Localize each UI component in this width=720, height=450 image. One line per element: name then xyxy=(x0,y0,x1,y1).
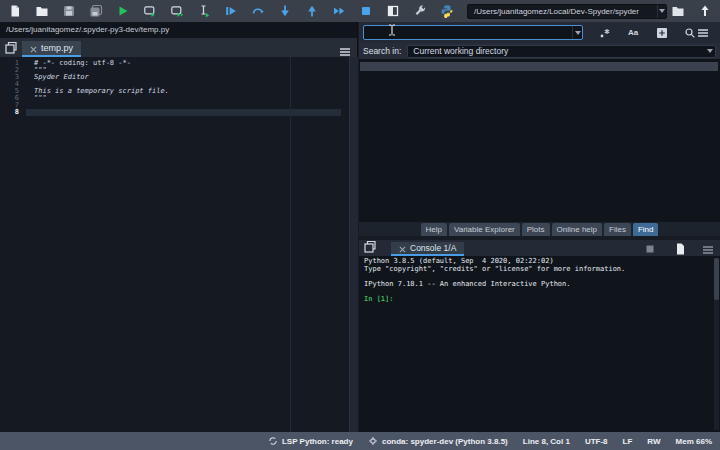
console-tab-label: Console 1/A xyxy=(410,243,456,253)
regex-icon[interactable] xyxy=(598,26,611,40)
console-options-menu-icon[interactable] xyxy=(702,241,714,253)
line-number-gutter: 1 2 3 4 5 6 7 8 xyxy=(0,57,26,432)
mouse-ibeam-cursor xyxy=(388,22,396,34)
save-file-icon[interactable] xyxy=(62,4,76,18)
search-in-row: Search in: Current working directory xyxy=(359,43,720,59)
cursor-position-status: Line 8, Col 1 xyxy=(523,437,570,446)
permissions-status: RW xyxy=(647,437,660,446)
browse-working-directory-folder-icon[interactable] xyxy=(671,4,685,18)
search-in-label: Search in: xyxy=(363,46,401,56)
console-scrollbar[interactable] xyxy=(714,258,719,430)
search-input[interactable] xyxy=(363,25,583,40)
lsp-status-icon xyxy=(268,436,278,446)
chevron-down-icon[interactable] xyxy=(705,46,714,57)
line-number: 7 xyxy=(0,102,26,109)
code-line: This is a temporary script file. xyxy=(26,88,357,95)
close-icon[interactable] xyxy=(30,45,37,52)
editor-pane: /Users/juanitagomez/.spyder-py3-dev/temp… xyxy=(0,22,358,432)
line-number: 5 xyxy=(0,88,26,95)
lsp-status[interactable]: LSP Python: ready xyxy=(268,436,353,446)
debug-step-over-icon[interactable] xyxy=(251,4,265,18)
python-logo-icon[interactable] xyxy=(440,4,454,18)
search-in-combobox[interactable]: Current working directory xyxy=(407,45,716,58)
line-number: 6 xyxy=(0,95,26,102)
run-cell-icon[interactable] xyxy=(143,4,157,18)
tab-find[interactable]: Find xyxy=(633,223,659,236)
tab-help[interactable]: Help xyxy=(421,223,447,236)
interpreter-status[interactable]: conda: spyder-dev (Python 3.8.5) xyxy=(368,436,508,446)
new-file-icon[interactable] xyxy=(8,4,22,18)
ipython-console-pane: Console 1/A Python 3.8.5 (default, Sep 4… xyxy=(359,240,720,432)
open-file-icon[interactable] xyxy=(35,4,49,18)
encoding-status: UTF-8 xyxy=(585,437,608,446)
chevron-down-icon[interactable] xyxy=(572,26,582,39)
main-toolbar: /Users/juanitagomez/Local/Dev-Spyder/spy… xyxy=(0,0,720,22)
debug-continue-icon[interactable] xyxy=(332,4,346,18)
status-bar: LSP Python: ready conda: spyder-dev (Pyt… xyxy=(0,432,720,450)
lsp-status-text: LSP Python: ready xyxy=(282,437,353,446)
editor-scrollbar[interactable] xyxy=(349,57,358,432)
working-directory-combobox[interactable]: /Users/juanitagomez/Local/Dev-Spyder/spy… xyxy=(467,4,667,19)
interpreter-status-text: conda: spyder-dev (Python 3.8.5) xyxy=(382,437,508,446)
chevron-down-icon[interactable] xyxy=(657,5,666,18)
gear-icon xyxy=(368,436,378,446)
run-file-icon[interactable] xyxy=(116,4,130,18)
find-results-area[interactable] xyxy=(359,59,720,222)
preferences-wrench-icon[interactable] xyxy=(413,4,427,18)
console-tab-bar: Console 1/A xyxy=(359,240,720,256)
line-number: 1 xyxy=(0,60,26,67)
code-line: Spyder Editor xyxy=(26,74,357,81)
line-number: 3 xyxy=(0,74,26,81)
console-output[interactable]: Python 3.8.5 (default, Sep 4 2020, 02:22… xyxy=(364,258,710,432)
editor-options-menu-icon[interactable] xyxy=(339,43,351,53)
eol-status: LF xyxy=(623,437,633,446)
editor-file-path: /Users/juanitagomez/.spyder-py3-dev/temp… xyxy=(0,22,357,38)
interrupt-kernel-icon[interactable] xyxy=(644,241,656,253)
line-number: 2 xyxy=(0,67,26,74)
code-line xyxy=(26,109,357,116)
console-line: IPython 7.18.1 -- An enhanced Interactiv… xyxy=(364,281,710,289)
maximize-pane-icon[interactable] xyxy=(386,4,400,18)
find-in-files-pane: Aa Search in: Current working directory … xyxy=(359,22,720,236)
memory-status: Mem 66% xyxy=(676,437,712,446)
run-selection-icon[interactable] xyxy=(197,4,211,18)
code-line: """ xyxy=(26,95,357,102)
debug-file-icon[interactable] xyxy=(224,4,238,18)
browse-tabs-icon[interactable] xyxy=(4,41,18,55)
advanced-options-icon[interactable] xyxy=(655,26,668,40)
debug-step-return-icon[interactable] xyxy=(305,4,319,18)
new-console-icon[interactable] xyxy=(674,241,686,253)
debug-step-into-icon[interactable] xyxy=(278,4,292,18)
search-in-value: Current working directory xyxy=(413,46,508,56)
find-search-row: Aa xyxy=(359,22,720,43)
run-cell-advance-icon[interactable] xyxy=(170,4,184,18)
tab-plots[interactable]: Plots xyxy=(522,223,550,236)
editor-tab-label: temp.py xyxy=(41,43,73,53)
debug-stop-icon[interactable] xyxy=(359,4,373,18)
scrollbar-thumb[interactable] xyxy=(714,258,719,300)
find-options-menu-icon[interactable] xyxy=(697,26,710,40)
editor-tab-temp-py[interactable]: temp.py xyxy=(22,41,81,57)
console-line xyxy=(364,288,710,296)
console-line: Type "copyright", "credits" or "license"… xyxy=(364,266,710,274)
tab-online-help[interactable]: Online help xyxy=(552,223,602,236)
search-icon[interactable] xyxy=(683,26,696,40)
tab-variable-explorer[interactable]: Variable Explorer xyxy=(449,223,520,236)
close-icon[interactable] xyxy=(399,245,406,252)
editor-tab-bar: temp.py xyxy=(0,38,357,57)
code-lines: # -*- coding: utf-8 -*- """ Spyder Edito… xyxy=(26,60,357,116)
working-directory-value: /Users/juanitagomez/Local/Dev-Spyder/spy… xyxy=(474,7,639,16)
result-row-highlight xyxy=(360,62,718,71)
console-tab[interactable]: Console 1/A xyxy=(391,242,464,256)
save-all-icon[interactable] xyxy=(89,4,103,18)
spyder-main-window: /Users/juanitagomez/Local/Dev-Spyder/spy… xyxy=(0,0,720,450)
tab-files[interactable]: Files xyxy=(604,223,631,236)
code-line: # -*- coding: utf-8 -*- xyxy=(26,60,357,67)
parent-directory-up-arrow-icon[interactable] xyxy=(698,4,712,18)
console-prompt: In [1]: xyxy=(364,296,710,304)
case-sensitive-icon[interactable]: Aa xyxy=(626,26,639,40)
column-ruler-line xyxy=(290,57,291,432)
browse-tabs-icon[interactable] xyxy=(363,240,377,254)
code-editor[interactable]: 1 2 3 4 5 6 7 8 # -*- coding: utf-8 -*- … xyxy=(0,57,357,432)
right-panel-tab-bar: Help Variable Explorer Plots Online help… xyxy=(359,222,720,236)
